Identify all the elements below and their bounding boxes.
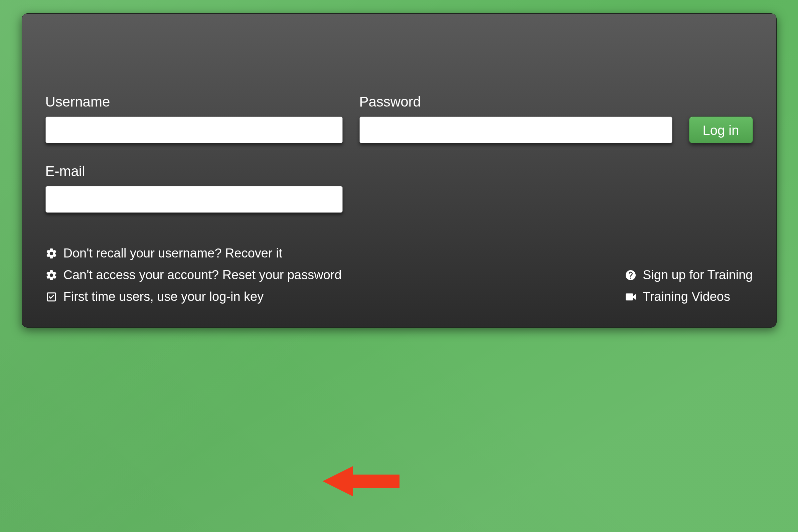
link-text: Don't recall your username? Recover it xyxy=(63,246,283,261)
username-input[interactable] xyxy=(45,117,343,143)
training-videos-link[interactable]: Training Videos xyxy=(625,289,753,304)
email-group: E-mail xyxy=(45,163,343,213)
credentials-row: Username Password Log in xyxy=(45,94,753,143)
login-button[interactable]: Log in xyxy=(689,117,753,143)
link-text: Can't access your account? Reset your pa… xyxy=(63,268,342,282)
signup-training-link[interactable]: Sign up for Training xyxy=(625,268,753,282)
email-input[interactable] xyxy=(45,186,343,213)
email-label: E-mail xyxy=(45,163,343,179)
gear-icon xyxy=(45,247,57,260)
right-links: Sign up for Training Training Videos xyxy=(625,268,753,304)
login-card: Username Password Log in E-mail Don't re… xyxy=(22,13,777,328)
question-circle-icon xyxy=(625,269,636,281)
links-row: Don't recall your username? Recover it C… xyxy=(45,246,753,304)
gear-icon xyxy=(45,269,57,281)
password-label: Password xyxy=(359,94,672,110)
link-text: Training Videos xyxy=(643,289,730,304)
left-links: Don't recall your username? Recover it C… xyxy=(45,246,342,304)
link-text: First time users, use your log-in key xyxy=(63,289,264,304)
username-label: Username xyxy=(45,94,343,110)
password-input[interactable] xyxy=(359,117,672,143)
arrow-annotation xyxy=(323,463,399,511)
login-key-link[interactable]: First time users, use your log-in key xyxy=(45,289,342,304)
password-group: Password xyxy=(359,94,672,143)
username-group: Username xyxy=(45,94,343,143)
reset-password-link[interactable]: Can't access your account? Reset your pa… xyxy=(45,268,342,282)
recover-username-link[interactable]: Don't recall your username? Recover it xyxy=(45,246,342,261)
svg-marker-0 xyxy=(323,466,399,496)
check-square-icon xyxy=(45,291,57,303)
video-camera-icon xyxy=(625,291,636,303)
link-text: Sign up for Training xyxy=(643,268,753,282)
